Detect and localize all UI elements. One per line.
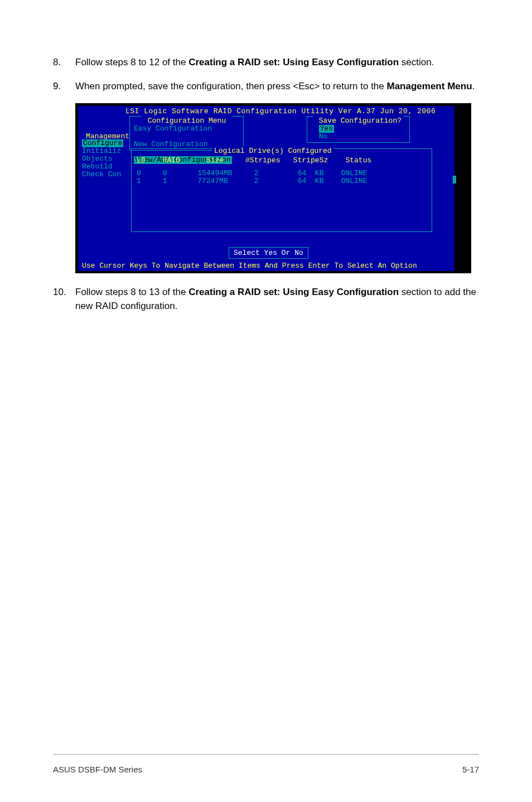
step-9: 9. When prompted, save the configuration… <box>53 80 479 94</box>
save-yes-option[interactable]: Yes <box>319 125 334 133</box>
management-menu: Configure Initializ Objects Rebuild Chec… <box>82 139 123 178</box>
save-no-option[interactable]: No <box>319 133 402 141</box>
logical-drives-rows: 0 0 154494MB 2 64 KB ONLINE 1 1 77247MB … <box>137 170 367 185</box>
step-number: 10. <box>53 286 75 313</box>
text: Follow steps 8 to 12 of the <box>75 57 188 67</box>
menu-initialize[interactable]: Initializ <box>82 147 123 155</box>
bold-text: Creating a RAID set: Using Easy Configur… <box>188 57 399 67</box>
footer-page-number: 5-17 <box>462 765 479 774</box>
footer-product: ASUS DSBF-DM Series <box>53 765 142 774</box>
step-10: 10. Follow steps 8 to 13 of the Creating… <box>53 286 479 313</box>
page-footer: ASUS DSBF-DM Series 5-17 <box>53 754 479 774</box>
bold-text: Creating a RAID set: Using Easy Configur… <box>188 287 399 297</box>
menu-rebuild[interactable]: Rebuild <box>82 163 123 171</box>
config-menu-title: Configuration Menu <box>134 117 240 125</box>
text: section. <box>399 57 434 67</box>
menu-check-consistency[interactable]: Check Con <box>82 171 123 178</box>
logical-drives-header: LD RAID Size #Stripes StripeSz Status <box>137 156 371 165</box>
text: . <box>472 81 475 91</box>
text: When prompted, save the configuration, t… <box>75 81 387 91</box>
scrollbar-marker <box>453 176 456 183</box>
bios-screenshot: LSI Logic Software RAID Configuration Ut… <box>75 103 471 273</box>
menu-objects[interactable]: Objects <box>82 155 123 163</box>
logical-drives-title: Logical Drive(s) Configured <box>212 147 334 155</box>
select-prompt: Select Yes Or No <box>229 247 308 259</box>
text: Follow steps 8 to 13 of the <box>75 287 188 297</box>
config-easy[interactable]: Easy Configuration <box>134 125 240 133</box>
bold-text: Management Menu <box>387 81 472 91</box>
step-text: Follow steps 8 to 12 of the Creating a R… <box>75 56 479 70</box>
bios-title-bar: LSI Logic Software RAID Configuration Ut… <box>125 107 436 115</box>
step-number: 9. <box>53 80 75 94</box>
save-title: Save Configuration? <box>319 117 402 125</box>
step-8: 8. Follow steps 8 to 12 of the Creating … <box>53 56 479 70</box>
save-configuration-dialog: Save Configuration? Yes No <box>319 117 402 141</box>
step-number: 8. <box>53 56 75 70</box>
step-text: Follow steps 8 to 13 of the Creating a R… <box>75 286 479 313</box>
bios-screen: LSI Logic Software RAID Configuration Ut… <box>78 106 454 271</box>
navigation-hint: Use Cursor Keys To Navigate Between Item… <box>82 262 417 270</box>
step-text: When prompted, save the configuration, t… <box>75 80 479 94</box>
page-content: 8. Follow steps 8 to 12 of the Creating … <box>0 0 532 313</box>
menu-configure[interactable]: Configure <box>82 139 123 147</box>
